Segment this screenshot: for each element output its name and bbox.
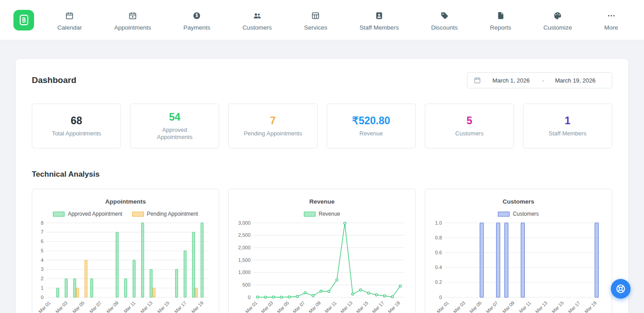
appointments-chart: 012345678Mar 01Mar 03Mar 05Mar 07Mar 09M… bbox=[37, 218, 214, 313]
legend-item: Approved Appointment bbox=[53, 211, 122, 217]
svg-text:Mar 03: Mar 03 bbox=[260, 300, 275, 313]
svg-text:2,000: 2,000 bbox=[238, 245, 251, 250]
stat-value: ₹520.80 bbox=[352, 115, 390, 127]
svg-text:Mar 09: Mar 09 bbox=[105, 300, 120, 313]
app-logo[interactable] bbox=[13, 10, 34, 30]
stat-label: Total Appointments bbox=[52, 130, 101, 137]
nav-label: Payments bbox=[183, 24, 210, 31]
svg-text:7: 7 bbox=[41, 229, 43, 235]
svg-text:Mar 07: Mar 07 bbox=[88, 300, 103, 313]
dashboard-card: Dashboard March 1, 2026 - March 19, 2026… bbox=[15, 58, 629, 313]
legend-item: Pending Appointment bbox=[132, 211, 198, 217]
svg-text:Mar 15: Mar 15 bbox=[355, 300, 370, 313]
stat-card-revenue: ₹520.80 Revenue bbox=[327, 104, 416, 148]
date-range-end[interactable]: March 19, 2026 bbox=[545, 77, 605, 84]
svg-text:0.8: 0.8 bbox=[435, 235, 442, 240]
svg-text:1.0: 1.0 bbox=[435, 220, 442, 226]
date-range-start[interactable]: March 1, 2026 bbox=[481, 77, 541, 84]
svg-text:Mar 11: Mar 11 bbox=[122, 300, 136, 313]
legend-swatch bbox=[304, 212, 316, 217]
nav-label: Calendar bbox=[57, 24, 82, 31]
legend-swatch bbox=[498, 212, 510, 217]
legend-swatch bbox=[132, 212, 144, 217]
booking-logo-icon bbox=[18, 14, 30, 26]
svg-text:Mar 09: Mar 09 bbox=[501, 300, 515, 313]
revenue-chart-card: Revenue Revenue 05001,0001,5002,0002,500… bbox=[228, 189, 415, 313]
date-range-separator: - bbox=[541, 77, 545, 84]
svg-text:Mar 17: Mar 17 bbox=[371, 300, 385, 313]
svg-text:Mar 13: Mar 13 bbox=[339, 300, 354, 313]
nav-item-services[interactable]: Services bbox=[304, 11, 328, 31]
nav-label: Services bbox=[304, 24, 328, 31]
nav-label: Staff Members bbox=[359, 24, 399, 31]
nav-item-more[interactable]: More bbox=[604, 11, 618, 31]
svg-text:Mar 15: Mar 15 bbox=[156, 300, 171, 313]
nav-label: More bbox=[604, 24, 618, 31]
charts-row: Appointments Approved AppointmentPending… bbox=[32, 189, 612, 313]
chart-legend: Revenue bbox=[233, 211, 411, 217]
svg-text:Mar 13: Mar 13 bbox=[139, 300, 154, 313]
stat-card-customers: 5 Customers bbox=[425, 104, 514, 148]
nav-item-customers[interactable]: Customers bbox=[242, 11, 272, 31]
svg-text:Mar 01: Mar 01 bbox=[436, 300, 450, 313]
tag-icon bbox=[440, 11, 449, 20]
chart-title: Revenue bbox=[233, 198, 411, 205]
stat-value: 7 bbox=[270, 115, 276, 127]
date-range-picker[interactable]: March 1, 2026 - March 19, 2026 bbox=[467, 72, 612, 88]
chart-legend: Customers bbox=[430, 211, 607, 217]
date-calendar-icon bbox=[474, 77, 481, 84]
stat-value: 68 bbox=[71, 115, 82, 127]
main-nav: Calendar Appointments $ Payments Custome… bbox=[57, 9, 618, 31]
stat-value: 1 bbox=[565, 115, 571, 127]
appointment-calendar-icon bbox=[128, 11, 137, 20]
svg-text:Mar 05: Mar 05 bbox=[276, 300, 290, 313]
nav-item-reports[interactable]: Reports bbox=[490, 11, 511, 31]
appointments-chart-card: Appointments Approved AppointmentPending… bbox=[32, 189, 219, 313]
svg-text:0: 0 bbox=[41, 295, 43, 300]
revenue-chart: 05001,0001,5002,0002,5003,000Mar 01Mar 0… bbox=[233, 218, 411, 313]
svg-text:Mar 19: Mar 19 bbox=[583, 300, 597, 313]
nav-label: Appointments bbox=[114, 24, 151, 31]
svg-text:Mar 19: Mar 19 bbox=[387, 300, 401, 313]
svg-text:0.4: 0.4 bbox=[435, 265, 442, 270]
svg-text:3,000: 3,000 bbox=[238, 220, 251, 226]
nav-item-discounts[interactable]: Discounts bbox=[431, 11, 458, 31]
stats-row: 68 Total Appointments 54 Approved Appoin… bbox=[32, 104, 612, 148]
svg-text:0: 0 bbox=[248, 295, 251, 300]
nav-item-staff-members[interactable]: Staff Members bbox=[359, 11, 399, 31]
svg-text:0: 0 bbox=[439, 295, 442, 300]
dollar-circle-icon: $ bbox=[192, 11, 201, 20]
svg-text:2: 2 bbox=[41, 276, 43, 281]
nav-item-appointments[interactable]: Appointments bbox=[114, 11, 151, 31]
lifebuoy-icon bbox=[615, 283, 626, 294]
staff-badge-icon bbox=[375, 11, 384, 20]
svg-text:Mar 07: Mar 07 bbox=[292, 300, 306, 313]
svg-text:Mar 01: Mar 01 bbox=[244, 300, 259, 313]
svg-text:1,500: 1,500 bbox=[238, 257, 251, 263]
legend-swatch bbox=[53, 212, 65, 217]
stat-card-total-appointments: 68 Total Appointments bbox=[32, 104, 121, 148]
top-navigation: Calendar Appointments $ Payments Custome… bbox=[0, 0, 644, 40]
nav-item-customize[interactable]: Customize bbox=[543, 11, 572, 31]
stat-label: Customers bbox=[455, 130, 484, 137]
people-icon bbox=[253, 11, 262, 20]
svg-text:8: 8 bbox=[41, 220, 43, 226]
chat-button[interactable] bbox=[611, 279, 631, 299]
svg-text:1,000: 1,000 bbox=[238, 270, 251, 275]
svg-text:Mar 15: Mar 15 bbox=[550, 300, 565, 313]
svg-text:Mar 17: Mar 17 bbox=[173, 300, 188, 313]
svg-text:Mar 01: Mar 01 bbox=[37, 300, 52, 313]
chart-title: Customers bbox=[430, 198, 607, 205]
customers-chart: 00.20.40.60.81.0Mar 01Mar 03Mar 05Mar 07… bbox=[430, 218, 607, 313]
nav-label: Discounts bbox=[431, 24, 458, 31]
svg-text:Mar 19: Mar 19 bbox=[190, 300, 204, 313]
nav-label: Reports bbox=[490, 24, 511, 31]
stat-card-pending-appointments: 7 Pending Appointments bbox=[228, 104, 317, 148]
nav-item-payments[interactable]: $ Payments bbox=[183, 11, 210, 31]
svg-text:Mar 11: Mar 11 bbox=[324, 300, 338, 313]
svg-text:Mar 03: Mar 03 bbox=[452, 300, 466, 313]
nav-label: Customize bbox=[543, 24, 572, 31]
nav-item-calendar[interactable]: Calendar bbox=[57, 11, 82, 31]
svg-text:0.6: 0.6 bbox=[435, 250, 442, 255]
dashboard-header: Dashboard March 1, 2026 - March 19, 2026 bbox=[32, 72, 612, 88]
